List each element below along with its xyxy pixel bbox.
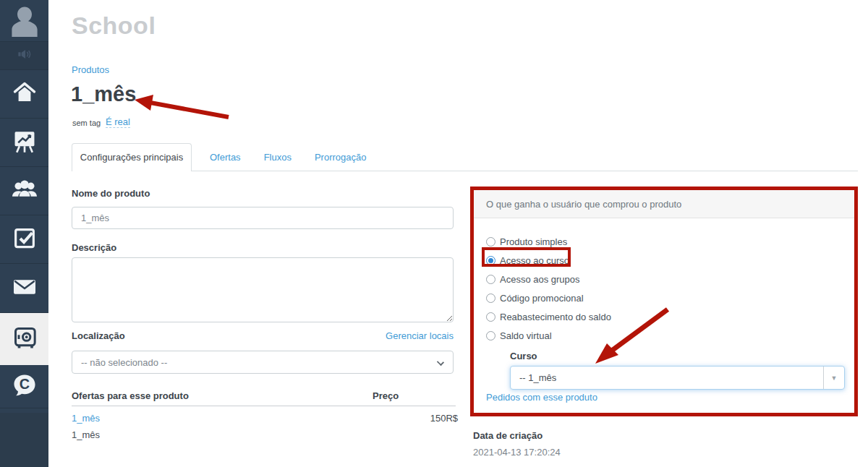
tab-ofertas[interactable]: Ofertas [198,152,252,163]
description-label: Descrição [72,242,116,253]
benefit-options: Produto simples Acesso ao curso Acesso a… [486,232,611,345]
sidebar-item-sales[interactable] [0,313,48,365]
sidebar-item-announcements[interactable] [0,42,48,70]
sidebar-item-home[interactable] [0,70,48,119]
radio-selected-icon[interactable] [486,256,495,265]
offer-row-text: 1_mês [72,429,100,440]
user-avatar-icon [7,1,42,40]
radio-produto-simples[interactable]: Produto simples [486,232,611,251]
sidebar-item-messages[interactable] [0,264,48,313]
radio-acesso-ao-curso[interactable]: Acesso ao curso [486,251,611,270]
radio-saldo-virtual[interactable]: Saldo virtual [486,326,611,345]
home-icon [11,79,38,109]
sidebar-footer-space [0,413,48,467]
created-date-value: 2021-04-13 17:20:24 [473,447,561,458]
school-title: School [72,12,156,40]
radio-circle-icon[interactable] [486,312,495,322]
radio-codigo-promocional[interactable]: Código promocional [486,288,611,307]
manage-locations-link[interactable]: Gerenciar locais [309,330,454,341]
radio-acesso-aos-grupos[interactable]: Acesso aos grupos [486,270,611,288]
price-column-header: Preço [373,390,399,401]
radio-circle-icon[interactable] [486,237,495,247]
location-select[interactable]: -- não selecionado -- [72,351,454,374]
course-select[interactable]: -- 1_mês ▼ [510,366,845,390]
presentation-chart-icon [11,127,38,158]
orders-with-product-link[interactable]: Pedidos com esse produto [486,392,597,403]
page-title: 1_mês [71,82,136,106]
tag-label: sem tag [72,119,101,127]
benefit-panel: O que ganha o usuário que comprou o prod… [474,190,854,413]
radio-reabastecimento-saldo[interactable]: Reabastecimento do saldo [486,307,611,326]
tab-configuracoes-principais[interactable]: Configurações principais [72,143,192,171]
location-label: Localização [72,330,125,341]
app-window: C School Produtos 1_mês sem tag É real C… [0,0,868,467]
is-real-link[interactable]: É real [106,116,130,128]
course-label: Curso [510,351,537,361]
sidebar-item-users[interactable] [0,167,48,215]
checkbox-icon [11,224,38,254]
radio-circle-icon[interactable] [486,294,495,303]
product-name-input[interactable] [72,207,454,229]
tab-prorrogacao[interactable]: Prorrogação [303,152,378,163]
radio-circle-icon[interactable] [486,331,495,340]
sidebar-item-chat[interactable]: C [0,365,48,408]
safe-icon [10,323,39,355]
chevron-down-icon [437,359,444,366]
benefit-panel-title: O que ganha o usuário que comprou o prod… [474,190,854,218]
course-select-value: -- 1_mês [519,372,556,383]
sidebar-item-analytics[interactable] [0,119,48,167]
table-divider [72,406,456,406]
speaker-icon [15,45,34,67]
created-date-label: Data de criação [473,430,542,441]
people-icon [10,175,39,207]
sidebar: C [0,0,48,467]
breadcrumb-produtos[interactable]: Produtos [72,64,109,75]
location-select-value: -- não selecionado -- [81,357,167,368]
product-name-label: Nome do produto [72,188,150,199]
mail-icon [10,273,39,304]
offer-row-price: 150R$ [373,413,458,424]
tab-bar: Ofertas Fluxos Prorrogação [198,143,378,171]
sidebar-item-profile[interactable] [0,0,48,42]
select-dropdown-button[interactable]: ▼ [823,367,844,389]
chat-icon: C [11,372,38,402]
sidebar-item-tasks[interactable] [0,215,48,264]
annotation-arrow-title [132,93,234,124]
svg-text:C: C [19,376,29,392]
tab-fluxos[interactable]: Fluxos [252,152,303,163]
offers-column-header: Ofertas para esse produto [72,390,189,401]
radio-circle-icon[interactable] [486,275,495,284]
description-textarea[interactable] [72,257,454,322]
offer-row-link[interactable]: 1_mês [72,413,100,424]
